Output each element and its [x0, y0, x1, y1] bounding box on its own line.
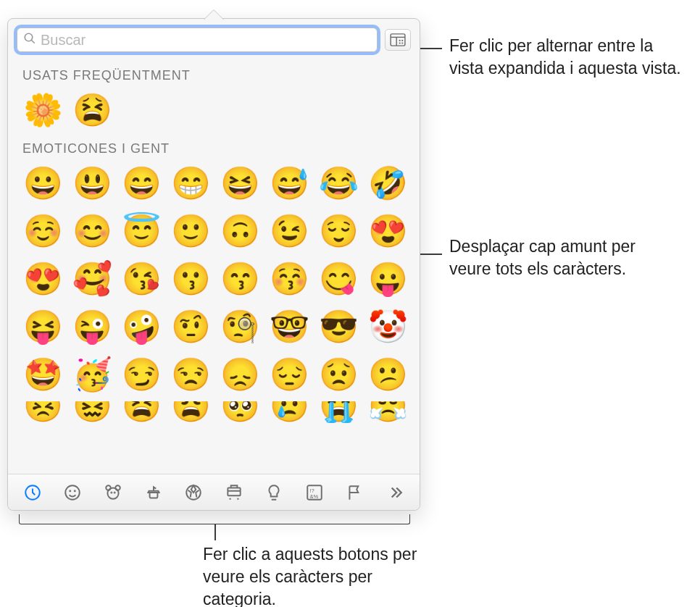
emoji-cell[interactable]: 😀 [21, 162, 64, 204]
section-title-frequent: USATS FREQÜENTMENT [22, 68, 407, 83]
emoji-cell[interactable]: 😋 [317, 258, 360, 300]
search-field-wrap[interactable] [17, 28, 378, 52]
callout-expand: Fer clic per alternar entre la vista exp… [449, 35, 688, 80]
emoji-cell[interactable]: 😄 [120, 162, 163, 204]
svg-point-11 [70, 490, 71, 491]
smileys-icon [63, 483, 82, 502]
emoji-cell[interactable]: 😅 [267, 162, 311, 204]
callout-categories: Fer clic a aquests botons per veure els … [203, 543, 449, 607]
emoji-cell[interactable]: 😍 [21, 258, 64, 300]
svg-point-6 [401, 40, 403, 41]
emoji-cell[interactable]: 😣 [21, 401, 64, 423]
emoji-cell[interactable]: 😏 [120, 353, 163, 395]
category-recent-button[interactable] [12, 474, 53, 510]
emoji-cell[interactable]: 🥰 [70, 258, 114, 300]
annotation-leader-scroll [420, 254, 442, 255]
search-bar [8, 19, 420, 58]
emoji-cell[interactable]: 😌 [317, 210, 360, 252]
emoji-cell[interactable]: 🙃 [218, 210, 262, 252]
emoji-cell[interactable]: 😆 [218, 162, 262, 204]
emoji-cell[interactable]: 🧐 [218, 306, 262, 348]
emoji-cell[interactable]: 😗 [169, 258, 212, 300]
emoji-cell[interactable]: 🥺 [218, 401, 262, 423]
emoji-cell[interactable]: 😞 [218, 353, 262, 395]
toggle-expanded-view-button[interactable] [385, 29, 411, 51]
category-more-button[interactable] [375, 474, 415, 510]
emoji-cell[interactable]: 😔 [267, 353, 311, 395]
svg-point-10 [66, 485, 80, 500]
flags-icon [346, 483, 364, 502]
emoji-cell[interactable]: 😛 [366, 258, 409, 300]
emoji-cell[interactable]: 😊 [70, 210, 114, 252]
emoji-cell[interactable]: 🤩 [21, 353, 64, 395]
emoji-cell[interactable]: 😫 [120, 401, 163, 423]
smileys-grid-partial: 😣😖😫😩🥺😢😭😤 [21, 401, 407, 423]
callout-scroll: Desplaçar cap amunt per veure tots els c… [449, 235, 667, 280]
emoji-cell[interactable]: 🤓 [267, 306, 311, 348]
svg-point-5 [399, 40, 401, 41]
animals-icon [104, 483, 122, 502]
svg-rect-19 [228, 487, 240, 495]
category-smileys-button[interactable] [53, 474, 93, 510]
annotation-leader-expand [420, 48, 442, 49]
emoji-cell[interactable]: 😟 [317, 353, 360, 395]
emoji-cell[interactable]: 😖 [70, 401, 114, 423]
emoji-cell[interactable]: 😒 [169, 353, 212, 395]
emoji-cell[interactable]: ☺️ [21, 210, 64, 252]
svg-point-14 [106, 485, 111, 490]
category-travel-button[interactable] [214, 474, 254, 510]
emoji-cell[interactable]: 😕 [366, 353, 409, 395]
search-input[interactable] [36, 31, 371, 49]
category-animals-button[interactable] [93, 474, 133, 510]
svg-text:&%: &% [309, 493, 318, 499]
emoji-cell[interactable]: 😘 [120, 258, 163, 300]
emoji-cell[interactable]: 😁 [169, 162, 212, 204]
emoji-cell[interactable]: 🤪 [120, 306, 163, 348]
annotation-bracket-categories [19, 514, 410, 524]
travel-icon [225, 483, 243, 502]
category-activity-button[interactable] [173, 474, 214, 510]
emoji-cell[interactable]: 😃 [70, 162, 114, 204]
category-tab-bar: !?&% [8, 474, 420, 510]
emoji-cell[interactable]: 😩 [169, 401, 212, 423]
emoji-cell[interactable]: 🤨 [169, 306, 212, 348]
category-flags-button[interactable] [335, 474, 375, 510]
svg-point-15 [115, 485, 120, 490]
emoji-cell[interactable]: 🌼 [21, 89, 64, 131]
emoji-cell[interactable]: 😜 [70, 306, 114, 348]
section-title-smileys: EMOTICONES I GENT [22, 141, 407, 156]
activity-icon [184, 483, 203, 502]
emoji-cell[interactable]: 🤡 [366, 306, 409, 348]
category-symbols-button[interactable]: !?&% [294, 474, 335, 510]
emoji-cell[interactable]: 😤 [366, 401, 409, 423]
search-icon [23, 32, 36, 48]
svg-rect-2 [391, 34, 405, 46]
more-icon [386, 483, 404, 502]
emoji-cell[interactable]: 😍 [366, 210, 409, 252]
recent-icon [23, 483, 42, 502]
category-objects-button[interactable] [254, 474, 295, 510]
emoji-cell[interactable]: 😫 [70, 89, 114, 131]
emoji-cell[interactable]: 🥳 [70, 353, 114, 395]
emoji-cell[interactable]: 😂 [317, 162, 360, 204]
emoji-cell[interactable]: 😚 [267, 258, 311, 300]
emoji-cell[interactable]: 😎 [317, 306, 360, 348]
category-food-button[interactable] [133, 474, 174, 510]
svg-point-12 [75, 490, 75, 491]
emoji-cell[interactable]: 😉 [267, 210, 311, 252]
emoji-cell[interactable]: 😝 [21, 306, 64, 348]
smileys-grid: 😀😃😄😁😆😅😂🤣☺️😊😇🙂🙃😉😌😍😍🥰😘😗😙😚😋😛😝😜🤪🤨🧐🤓😎🤡🤩🥳😏😒😞😔😟… [21, 162, 407, 395]
emoji-cell[interactable]: 🙂 [169, 210, 212, 252]
svg-point-7 [399, 42, 401, 43]
emoji-cell[interactable]: 😭 [317, 401, 360, 423]
emoji-cell[interactable]: 😇 [120, 210, 163, 252]
emoji-cell[interactable]: 🤣 [366, 162, 409, 204]
frequent-grid: 🌼😫 [21, 89, 407, 131]
food-icon [144, 483, 163, 502]
emoji-cell[interactable]: 😢 [267, 401, 311, 423]
svg-line-1 [31, 40, 35, 43]
svg-point-17 [114, 492, 115, 493]
svg-point-8 [401, 42, 403, 43]
emoji-cell[interactable]: 😙 [218, 258, 262, 300]
emoji-scroll-area[interactable]: USATS FREQÜENTMENT 🌼😫 EMOTICONES I GENT … [8, 58, 420, 474]
